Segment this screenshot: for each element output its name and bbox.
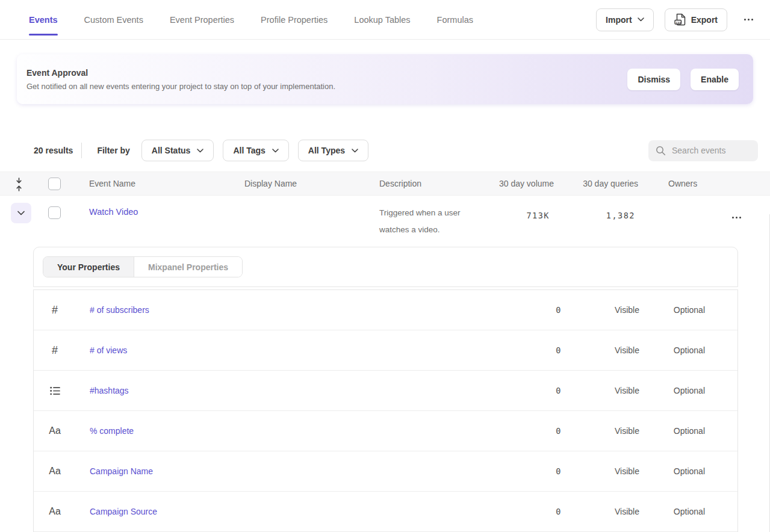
event-approval-banner: Event Approval Get notified on all new e… [17,54,753,104]
property-row: # # of subscribers 0 Visible Optional [34,290,737,330]
search-events-box [648,140,758,161]
top-navigation: Events Custom Events Event Properties Pr… [0,0,770,40]
number-type-icon: # [46,290,64,330]
property-row: Aa % complete 0 Visible Optional [34,411,737,451]
properties-list: # # of subscribers 0 Visible Optional # … [33,289,738,532]
collapse-all-icon[interactable] [15,178,23,191]
column-event-name[interactable]: Event Name [89,172,135,195]
property-name-link[interactable]: Campaign Name [90,466,153,476]
tab-events[interactable]: Events [29,13,58,27]
tab-formulas[interactable]: Formulas [437,13,473,27]
property-query-count: 0 [556,507,562,516]
tab-custom-events[interactable]: Custom Events [84,13,143,27]
event-30-day-volume: 713K [526,211,550,220]
types-filter-dropdown[interactable]: All Types [298,140,368,161]
properties-tab-switcher: Your Properties Mixpanel Properties [43,256,243,277]
property-row: #hashtags 0 Visible Optional [34,371,737,411]
tags-filter-dropdown[interactable]: All Tags [223,140,288,161]
column-30-day-volume[interactable]: 30 day volume [499,172,554,195]
csv-file-icon: csv [674,13,686,26]
svg-text:csv: csv [675,20,681,24]
events-table-header: Event Name Display Name Description 30 d… [0,172,770,196]
import-button-label: Import [606,15,632,25]
property-query-count: 0 [556,305,562,315]
results-count: 20 results [34,146,73,155]
property-name-link[interactable]: Campaign Source [90,507,157,516]
export-button[interactable]: csv Export [665,8,727,31]
property-visibility: Visible [615,466,639,476]
search-icon [656,146,666,156]
types-filter-label: All Types [308,146,345,155]
tab-lookup-tables[interactable]: Lookup Tables [354,13,410,27]
property-requirement: Optional [674,305,705,315]
text-type-icon: Aa [46,411,64,451]
banner-text: Event Approval Get notified on all new e… [26,68,335,91]
chevron-down-icon [17,211,25,215]
property-requirement: Optional [674,507,705,516]
status-filter-dropdown[interactable]: All Status [141,140,214,161]
property-name-link[interactable]: #hashtags [90,386,129,395]
event-description: Triggered when a user watches a video. [379,205,476,238]
banner-subtitle: Get notified on all new events entering … [26,82,335,91]
event-row-watch-video: Watch Video Triggered when a user watche… [0,196,770,247]
tab-event-properties[interactable]: Event Properties [170,13,234,27]
property-name-link[interactable]: # of views [90,345,127,355]
property-query-count: 0 [556,426,562,436]
property-visibility: Visible [615,507,639,516]
status-filter-label: All Status [152,146,191,155]
property-requirement: Optional [674,426,705,436]
filter-by-label: Filter by [97,146,129,155]
property-query-count: 0 [556,466,562,476]
column-30-day-queries[interactable]: 30 day queries [583,172,638,195]
chevron-down-icon [638,17,644,22]
property-row: Aa Campaign Source 0 Visible Optional [34,492,737,532]
tab-your-properties[interactable]: Your Properties [43,257,134,277]
lexicon-tabs: Events Custom Events Event Properties Pr… [29,13,473,27]
enable-button[interactable]: Enable [691,69,739,90]
property-row: Aa Campaign Name 0 Visible Optional [34,451,737,492]
property-visibility: Visible [615,386,639,395]
property-name-link[interactable]: % complete [90,426,134,436]
column-owners[interactable]: Owners [668,172,697,195]
divider [81,143,82,158]
event-30-day-queries: 1,382 [606,211,635,220]
property-row: # # of views 0 Visible Optional [34,330,737,371]
text-type-icon: Aa [46,492,64,531]
properties-panel-header: Your Properties Mixpanel Properties [33,247,738,287]
chevron-down-icon [352,149,358,153]
search-events-input[interactable] [672,146,750,155]
export-button-label: Export [691,15,718,25]
property-name-link[interactable]: # of subscribers [90,305,149,315]
row-checkbox[interactable] [48,206,61,219]
property-visibility: Visible [615,345,639,355]
tab-mixpanel-properties[interactable]: Mixpanel Properties [134,257,242,277]
chevron-down-icon [197,149,203,153]
property-query-count: 0 [556,386,562,395]
property-query-count: 0 [556,345,562,355]
import-button[interactable]: Import [596,8,654,31]
column-display-name[interactable]: Display Name [244,172,297,195]
filter-bar: 20 results Filter by All Status All Tags… [34,140,758,161]
property-requirement: Optional [674,345,705,355]
row-expander-button[interactable] [11,203,31,223]
banner-actions: Dismiss Enable [627,69,739,90]
text-type-icon: Aa [46,451,64,491]
property-requirement: Optional [674,466,705,476]
list-type-icon [46,371,64,410]
banner-title: Event Approval [26,68,335,78]
property-visibility: Visible [615,305,639,315]
tab-profile-properties[interactable]: Profile Properties [261,13,328,27]
number-type-icon: # [46,330,64,370]
event-name-link[interactable]: Watch Video [89,207,138,217]
column-description[interactable]: Description [379,172,421,195]
dismiss-button[interactable]: Dismiss [627,69,680,90]
nav-actions: Import csv Export [596,8,756,31]
property-requirement: Optional [674,386,705,395]
nav-more-menu-icon[interactable] [742,14,756,25]
chevron-down-icon [272,149,279,153]
select-all-checkbox[interactable] [48,178,61,190]
row-more-menu-icon[interactable] [730,212,744,223]
property-visibility: Visible [615,426,639,436]
tags-filter-label: All Tags [233,146,265,155]
